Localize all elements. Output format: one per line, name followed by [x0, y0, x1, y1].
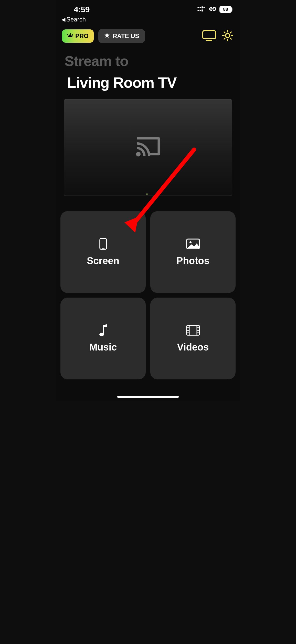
svg-point-0: [197, 7, 199, 8]
status-time: 4:59: [74, 5, 90, 14]
tiles-grid: Screen Photos Music: [56, 196, 240, 379]
tv-led-indicator: [146, 194, 148, 195]
svg-line-20: [230, 32, 231, 33]
svg-point-9: [70, 33, 71, 34]
tv-icon: [202, 30, 216, 42]
svg-rect-2: [202, 6, 203, 8]
signal-icon: [197, 6, 206, 13]
svg-point-26: [189, 241, 192, 243]
svg-point-5: [199, 10, 201, 11]
svg-line-19: [230, 38, 231, 39]
svg-point-1: [199, 7, 201, 8]
svg-point-22: [136, 152, 141, 156]
svg-point-4: [197, 10, 199, 11]
image-icon: [186, 238, 200, 250]
svg-point-10: [72, 34, 73, 35]
svg-point-13: [226, 33, 230, 38]
page-title: Stream to Living Room TV: [56, 43, 240, 91]
screen-label: Screen: [87, 255, 119, 266]
svg-rect-7: [211, 8, 214, 9]
status-bar: 4:59: [56, 0, 240, 14]
svg-point-8: [67, 34, 68, 35]
rate-label: RATE US: [113, 32, 139, 40]
back-label: Search: [66, 16, 86, 23]
film-icon: [186, 324, 200, 336]
phone-icon: [96, 238, 110, 250]
rate-us-button[interactable]: RATE US: [98, 29, 145, 43]
tv-preview[interactable]: [64, 99, 232, 196]
crown-icon: [67, 32, 73, 40]
svg-line-21: [224, 38, 225, 39]
title-prefix: Stream to: [65, 53, 231, 69]
cast-target-button[interactable]: [202, 30, 217, 42]
back-search-button[interactable]: ◀ Search: [56, 16, 240, 23]
photos-tile[interactable]: Photos: [150, 211, 236, 293]
videos-tile[interactable]: Videos: [150, 298, 236, 379]
phone-screen: 4:59: [56, 0, 240, 401]
settings-button[interactable]: [221, 30, 234, 42]
chevron-left-icon: ◀: [61, 16, 65, 22]
status-right: 88: [197, 6, 232, 13]
music-label: Music: [89, 342, 117, 353]
pro-button[interactable]: PRO: [62, 29, 94, 43]
gear-icon: [222, 30, 233, 42]
svg-point-3: [203, 7, 205, 8]
svg-line-18: [224, 32, 225, 33]
star-icon: [104, 32, 110, 40]
svg-rect-11: [203, 31, 216, 39]
photos-label: Photos: [176, 255, 209, 266]
videos-label: Videos: [177, 342, 209, 353]
link-icon: [209, 6, 217, 13]
svg-rect-23: [100, 239, 107, 249]
home-indicator[interactable]: [117, 396, 179, 398]
music-tile[interactable]: Music: [60, 298, 146, 379]
cast-icon: [135, 136, 161, 159]
battery-percent: 88: [223, 7, 228, 12]
music-note-icon: [96, 324, 110, 336]
pro-label: PRO: [75, 32, 89, 40]
device-name: Living Room TV: [65, 74, 231, 91]
battery-indicator: 88: [219, 6, 232, 13]
toolbar: PRO RATE US: [56, 23, 240, 43]
screen-tile[interactable]: Screen: [60, 211, 146, 293]
svg-rect-6: [202, 9, 203, 12]
